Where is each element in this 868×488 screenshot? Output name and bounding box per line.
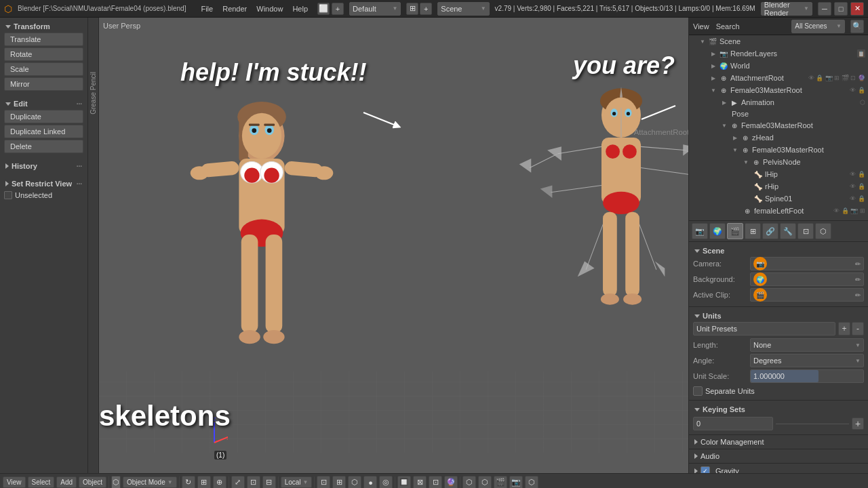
- mode-dropdown[interactable]: Object Mode ▼: [123, 476, 177, 488]
- angle-select[interactable]: Degrees ▼: [750, 354, 864, 367]
- prop-material-icon[interactable]: ⬡: [815, 223, 831, 239]
- view-menu-btn[interactable]: View: [3, 476, 26, 488]
- tree-item-pose[interactable]: Pose: [689, 108, 868, 119]
- active-clip-field[interactable]: 🎬 ✏: [750, 288, 864, 302]
- scenes-selector[interactable]: All Scenes ▼: [791, 20, 845, 33]
- prop-modifier-icon[interactable]: 🔧: [780, 223, 796, 239]
- viewport-shading-4[interactable]: ●: [363, 476, 377, 489]
- mirror-btn[interactable]: Mirror: [4, 77, 83, 91]
- viewport-overlay-1[interactable]: 🔲: [397, 476, 411, 489]
- color-management-section[interactable]: Color Management: [689, 435, 868, 449]
- layers-btn[interactable]: ⊡: [247, 476, 260, 489]
- select-menu-btn[interactable]: Select: [28, 476, 55, 488]
- maximize-btn[interactable]: □: [834, 2, 848, 16]
- restrict-header[interactable]: Set Restrict View ···: [4, 178, 83, 190]
- tree-item-renderlayers[interactable]: ▶ 📷 RenderLayers 📋: [689, 47, 868, 60]
- unit-presets-field[interactable]: Unit Presets: [693, 322, 835, 336]
- gravity-checkbox[interactable]: [701, 466, 710, 473]
- scale-btn[interactable]: Scale: [4, 62, 83, 76]
- duplicate-btn[interactable]: Duplicate: [4, 110, 83, 123]
- tree-item-female03masterroot-3[interactable]: ▼ ⊕ Female03MasterRoot: [689, 144, 868, 156]
- widget-rotate-btn[interactable]: ↻: [182, 476, 195, 489]
- length-select[interactable]: None ▼: [750, 338, 864, 352]
- viewport-shading-2[interactable]: ⊞: [332, 476, 346, 489]
- delete-btn[interactable]: Delete: [4, 140, 83, 153]
- prop-render-icon[interactable]: 📷: [692, 223, 708, 239]
- edit-header[interactable]: Edit ···: [4, 98, 83, 110]
- tree-item-zhead[interactable]: ▶ ⊕ zHead: [689, 131, 868, 144]
- svg-rect-49: [603, 212, 617, 296]
- transform-header[interactable]: Transform: [4, 20, 83, 33]
- menu-file[interactable]: File: [197, 3, 217, 14]
- camera-field[interactable]: 📷 ✏: [750, 257, 864, 270]
- tree-item-attachmentroot[interactable]: ▶ ⊕ AttachmentRoot 👁 🔒 📷 ⊞ 🎬 ⊡ 🔮: [689, 72, 868, 84]
- menu-window[interactable]: Window: [252, 3, 287, 14]
- duplicate-linked-btn[interactable]: Duplicate Linked: [4, 125, 83, 138]
- rhip-icon: 🦴: [753, 182, 763, 191]
- history-header[interactable]: History ···: [4, 160, 83, 172]
- keying-add-btn[interactable]: +: [852, 418, 864, 430]
- prop-object-icon[interactable]: ⊞: [745, 223, 761, 239]
- object-menu-btn[interactable]: Object: [79, 476, 106, 488]
- search-tab[interactable]: Search: [716, 22, 740, 30]
- viewport-overlay-2[interactable]: ⊠: [413, 476, 427, 489]
- tree-item-spine01[interactable]: 🦴 Spine01 👁 🔒: [689, 192, 868, 205]
- tree-item-female03masterroot-2[interactable]: ▼ ⊕ Female03MasterRoot: [689, 119, 868, 131]
- rotate-btn[interactable]: Rotate: [4, 47, 83, 61]
- viewport-shading-5[interactable]: ◎: [379, 476, 393, 489]
- viewport-misc-2[interactable]: ⬡: [478, 476, 492, 489]
- layout-icon-btn2[interactable]: +: [420, 3, 432, 15]
- viewport-misc-5[interactable]: ⬡: [525, 476, 538, 489]
- menu-render[interactable]: Render: [218, 3, 251, 14]
- viewport-shading-1[interactable]: ⊡: [317, 476, 330, 489]
- viewport-overlay-3[interactable]: ⊡: [429, 476, 442, 489]
- units-header[interactable]: Units: [693, 310, 864, 322]
- translate-btn[interactable]: Translate: [4, 33, 83, 46]
- unit-presets-add[interactable]: +: [838, 322, 850, 336]
- gravity-section[interactable]: Gravity: [689, 464, 868, 473]
- outliner-search-btn[interactable]: 🔍: [850, 20, 864, 33]
- prop-data-icon[interactable]: ⊡: [797, 223, 814, 239]
- render-engine-selector[interactable]: Blender Render ▼: [761, 2, 812, 16]
- widget-scale-btn[interactable]: ⊞: [197, 476, 211, 489]
- widget-translate-btn[interactable]: ⊕: [213, 476, 226, 489]
- layers2-btn[interactable]: ⊟: [262, 476, 276, 489]
- tree-item-female03masterroot-1[interactable]: ▼ ⊕ Female03MasterRoot 👁 🔒: [689, 84, 868, 96]
- layout-icon-btn1[interactable]: ⊞: [406, 3, 418, 15]
- scene-props-header[interactable]: Scene: [693, 245, 864, 257]
- unit-presets-remove[interactable]: -: [852, 322, 864, 336]
- layout-selector[interactable]: Default ▼: [349, 2, 401, 16]
- audio-section[interactable]: Audio: [689, 449, 868, 464]
- viewport-overlay-4[interactable]: 🔮: [444, 476, 458, 489]
- tree-item-pelvisnode[interactable]: ▼ ⊕ PelvisNode: [689, 156, 868, 168]
- minimize-btn[interactable]: ─: [818, 2, 831, 16]
- prop-world-icon[interactable]: 🌍: [709, 223, 726, 239]
- unit-scale-field[interactable]: 1.000000: [750, 369, 864, 383]
- view-tab[interactable]: View: [693, 22, 709, 30]
- close-btn[interactable]: ✕: [850, 2, 864, 16]
- screen-layout-btn[interactable]: ⬜: [317, 3, 330, 15]
- viewport-misc-4[interactable]: 📷: [509, 476, 523, 489]
- tree-item-lhip[interactable]: 🦴 lHip 👁 🔒: [689, 168, 868, 180]
- tree-item-femaleleftfoot[interactable]: ⊕ femaleLeftFoot 👁 🔒 📷 ⊞: [689, 205, 868, 217]
- tree-item-world[interactable]: ▶ 🌍 World: [689, 60, 868, 72]
- unselected-checkbox[interactable]: [4, 191, 12, 199]
- viewport-3d[interactable]: User Persp help! I'm stuck!! you are?: [99, 18, 688, 473]
- space-dropdown[interactable]: Local ▼: [281, 476, 313, 488]
- keying-sets-header[interactable]: Keying Sets: [693, 403, 864, 415]
- tree-item-rhip[interactable]: 🦴 rHip 👁 🔒: [689, 180, 868, 192]
- add-menu-btn[interactable]: Add: [56, 476, 77, 488]
- menu-help[interactable]: Help: [288, 3, 312, 14]
- prop-scene-icon[interactable]: 🎬: [727, 223, 743, 239]
- new-scene-btn[interactable]: +: [332, 3, 344, 15]
- separate-units-checkbox[interactable]: [693, 386, 703, 396]
- tree-item-scene[interactable]: ▼ 🎬 Scene: [689, 35, 868, 47]
- scene-selector[interactable]: Scene ▼: [437, 2, 489, 16]
- viewport-misc-1[interactable]: ⬡: [462, 476, 476, 489]
- viewport-misc-3[interactable]: 🎬: [494, 476, 507, 489]
- prop-constraints-icon[interactable]: 🔗: [762, 223, 778, 239]
- background-field[interactable]: 🌍 ✏: [750, 272, 864, 286]
- tree-item-animation[interactable]: ▶ ▶ Animation ⬡: [689, 96, 868, 108]
- manipulator-btn[interactable]: ⤢: [231, 476, 245, 489]
- viewport-shading-3[interactable]: ⬡: [348, 476, 361, 489]
